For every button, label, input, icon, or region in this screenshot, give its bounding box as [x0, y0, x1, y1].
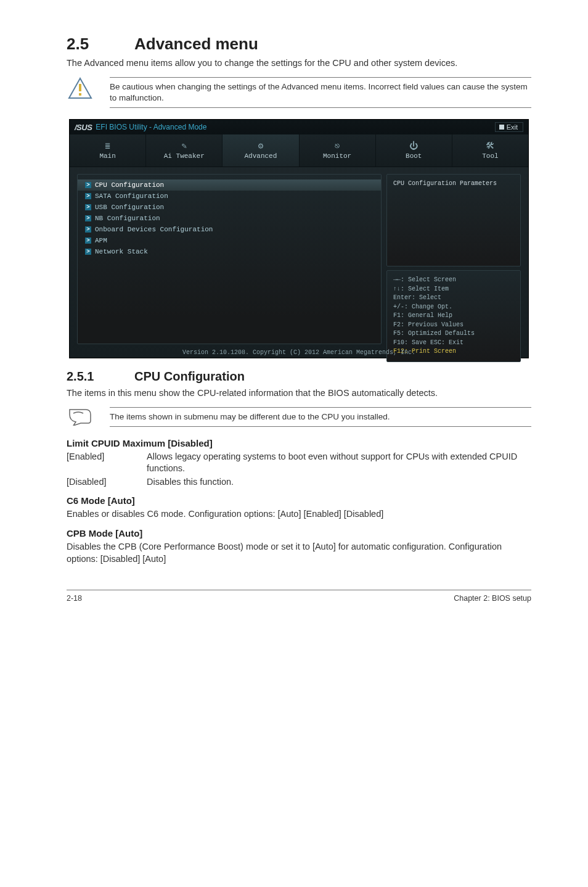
help-line: F2: Previous Values: [393, 321, 514, 330]
bios-tabs: ≣Main ✎Ai Tweaker ⚙Advanced ⎋Monitor ⏻Bo…: [70, 134, 528, 167]
menu-label: APM: [95, 237, 107, 244]
cpb-mode-heading: CPB Mode [Auto]: [67, 528, 531, 538]
gear-icon: ⚙: [258, 142, 263, 151]
option-row: [Enabled] Allows legacy operating system…: [67, 451, 531, 475]
help-line: F10: Save ESC: Exit: [393, 339, 514, 348]
help-line: →←: Select Screen: [393, 276, 514, 285]
intro-text: The Advanced menu items allow you to cha…: [67, 57, 531, 70]
cpb-mode-body: Disables the CPB (Core Performance Boost…: [67, 541, 531, 565]
tab-label: Advanced: [245, 152, 277, 160]
bios-screenshot: /SUS EFI BIOS Utility - Advanced Mode Ex…: [69, 119, 529, 358]
menu-usb-configuration[interactable]: >USB Configuration: [78, 202, 381, 213]
tab-monitor[interactable]: ⎋Monitor: [300, 134, 376, 167]
tab-advanced[interactable]: ⚙Advanced: [223, 134, 299, 167]
caution-callout: Be cautious when changing the settings o…: [67, 77, 531, 108]
menu-onboard-devices[interactable]: >Onboard Devices Configuration: [78, 224, 381, 235]
asus-logo: /SUS: [75, 123, 92, 132]
bios-version-footer: Version 2.10.1208. Copyright (C) 2012 Am…: [70, 349, 528, 356]
bios-key-help-box: →←: Select Screen ↑↓: Select Item Enter:…: [386, 270, 521, 362]
subsection-name: CPU Configuration: [134, 369, 245, 383]
help-line: F1: General Help: [393, 311, 514, 321]
subsection-title: 2.5.1CPU Configuration: [67, 369, 531, 384]
page-footer: 2-18 Chapter 2: BIOS setup: [67, 590, 531, 603]
bios-menu-panel: >CPU Configuration >SATA Configuration >…: [77, 174, 382, 344]
chevron-right-icon: >: [85, 237, 91, 244]
bios-title: EFI BIOS Utility - Advanced Mode: [96, 123, 494, 131]
bios-help-title-box: CPU Configuration Parameters: [386, 174, 521, 266]
tab-boot[interactable]: ⏻Boot: [376, 134, 452, 167]
menu-label: USB Configuration: [95, 204, 164, 211]
menu-label: Network Stack: [95, 248, 148, 255]
tab-ai-tweaker[interactable]: ✎Ai Tweaker: [146, 134, 223, 167]
chapter-label: Chapter 2: BIOS setup: [454, 594, 531, 603]
menu-label: NB Configuration: [95, 215, 160, 222]
chevron-right-icon: >: [85, 193, 91, 199]
menu-label: CPU Configuration: [95, 181, 164, 189]
tab-label: Tool: [482, 152, 498, 160]
monitor-icon: ⎋: [335, 142, 340, 151]
tab-tool[interactable]: 🛠Tool: [452, 134, 528, 167]
chevron-right-icon: >: [85, 226, 91, 233]
chevron-right-icon: >: [85, 204, 91, 210]
tab-label: Boot: [406, 152, 422, 160]
c6-mode-heading: C6 Mode [Auto]: [67, 495, 531, 506]
menu-nb-configuration[interactable]: >NB Configuration: [78, 213, 381, 224]
section-title: Advanced menu: [134, 35, 258, 53]
help-line: +/-: Change Opt.: [393, 303, 514, 312]
help-line: F5: Optimized Defaults: [393, 329, 514, 339]
note-callout: The items shown in submenu may be differ…: [67, 407, 531, 427]
caution-icon: [68, 77, 92, 99]
exit-button[interactable]: Exit: [495, 122, 523, 132]
help-line: ↑↓: Select Item: [393, 285, 514, 294]
page-number: 2-18: [67, 594, 82, 603]
option-desc: Disables this function.: [147, 476, 531, 489]
menu-network-stack[interactable]: >Network Stack: [78, 246, 381, 257]
option-desc: Allows legacy operating systems to boot …: [147, 451, 531, 475]
menu-apm[interactable]: >APM: [78, 235, 381, 246]
option-label: [Enabled]: [67, 451, 147, 475]
list-icon: ≣: [105, 142, 110, 151]
option-row: [Disabled] Disables this function.: [67, 476, 531, 489]
limit-cpuid-heading: Limit CPUID Maximum [Disabled]: [67, 438, 531, 448]
option-label: [Disabled]: [67, 476, 147, 489]
menu-label: SATA Configuration: [95, 192, 168, 200]
chevron-right-icon: >: [85, 215, 91, 221]
menu-sata-configuration[interactable]: >SATA Configuration: [78, 191, 381, 202]
subsection-number: 2.5.1: [67, 369, 134, 384]
tab-label: Main: [99, 152, 115, 160]
exit-label: Exit: [507, 123, 518, 131]
note-icon: [67, 407, 93, 426]
tool-icon: 🛠: [486, 142, 494, 151]
menu-label: Onboard Devices Configuration: [95, 226, 213, 233]
help-line: Enter: Select: [393, 294, 514, 303]
tweak-icon: ✎: [182, 142, 187, 151]
power-icon: ⏻: [409, 142, 418, 151]
tab-label: Ai Tweaker: [164, 152, 205, 160]
caution-text: Be cautious when changing the settings o…: [110, 77, 531, 108]
exit-icon: [499, 125, 504, 130]
tab-label: Monitor: [323, 152, 351, 160]
subsection-intro: The items in this menu show the CPU-rela…: [67, 387, 531, 400]
svg-rect-2: [79, 93, 81, 96]
tab-main[interactable]: ≣Main: [70, 134, 146, 167]
menu-cpu-configuration[interactable]: >CPU Configuration: [78, 179, 381, 191]
chevron-right-icon: >: [85, 182, 91, 188]
note-text: The items shown in submenu may be differ…: [110, 407, 531, 427]
chevron-right-icon: >: [85, 249, 91, 255]
c6-mode-body: Enables or disables C6 mode. Configurati…: [67, 508, 531, 521]
page-title: 2.5Advanced menu: [67, 35, 531, 54]
section-number: 2.5: [67, 35, 134, 54]
svg-rect-1: [79, 84, 81, 91]
right-top-text: CPU Configuration Parameters: [393, 180, 497, 187]
